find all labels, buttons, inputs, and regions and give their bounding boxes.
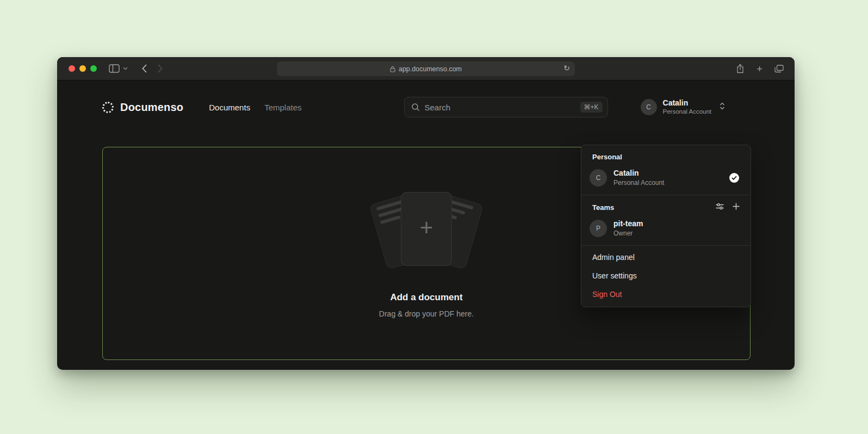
document-stack-illustration: + xyxy=(369,189,483,271)
menu-item-user-settings[interactable]: User settings xyxy=(581,266,751,285)
plus-icon: + xyxy=(420,216,433,239)
sidebar-toggle-icon[interactable] xyxy=(109,64,120,73)
team-avatar: P xyxy=(590,220,607,237)
back-button[interactable] xyxy=(142,64,147,73)
search-box[interactable]: ⌘+K xyxy=(404,97,608,117)
personal-account-subtitle: Personal Account xyxy=(613,179,723,187)
address-bar[interactable]: app.documenso.com ↻ xyxy=(277,61,575,76)
document-card-center: + xyxy=(401,193,451,265)
url-text: app.documenso.com xyxy=(399,65,462,73)
menu-item-admin-panel[interactable]: Admin panel xyxy=(581,248,751,266)
close-window-button[interactable] xyxy=(69,65,75,72)
main-nav: Documents Templates xyxy=(209,103,301,112)
divider xyxy=(581,245,751,246)
menu-item-sign-out[interactable]: Sign Out xyxy=(581,285,751,303)
divider xyxy=(581,195,751,195)
avatar: C xyxy=(590,169,607,187)
selected-check-icon xyxy=(729,173,739,183)
tab-overview-icon[interactable] xyxy=(774,65,784,73)
account-menu-trigger[interactable]: C Catalin Personal Account xyxy=(641,99,726,115)
team-item[interactable]: P pit-team Owner xyxy=(581,216,751,243)
chevron-up-down-icon xyxy=(720,102,725,113)
dropzone-subtitle: Drag & drop your PDF here. xyxy=(379,309,474,318)
refresh-icon[interactable]: ↻ xyxy=(563,64,570,72)
browser-window: app.documenso.com ↻ + Documenso xyxy=(57,57,795,370)
minimize-window-button[interactable] xyxy=(79,65,86,72)
traffic-lights xyxy=(69,65,97,72)
search-input[interactable] xyxy=(425,103,575,112)
team-role: Owner xyxy=(613,230,742,237)
team-name: pit-team xyxy=(613,220,742,228)
share-icon[interactable] xyxy=(736,64,745,73)
browser-titlebar: app.documenso.com ↻ + xyxy=(57,57,795,80)
new-tab-icon[interactable]: + xyxy=(757,64,762,74)
search-shortcut-badge: ⌘+K xyxy=(580,102,603,113)
dropzone-title: Add a document xyxy=(390,292,462,303)
add-team-icon[interactable] xyxy=(733,203,740,212)
account-name: Catalin xyxy=(663,99,712,107)
sidebar-menu-chevron-icon[interactable] xyxy=(123,67,128,70)
app-content: Documenso Documents Templates ⌘+K C Cata… xyxy=(57,80,795,370)
nav-item-documents[interactable]: Documents xyxy=(209,103,250,112)
nav-item-templates[interactable]: Templates xyxy=(264,103,301,112)
account-dropdown-menu: Personal C Catalin Personal Account Team… xyxy=(581,145,751,307)
personal-section-heading: Personal xyxy=(581,147,751,165)
personal-account-name: Catalin xyxy=(613,169,723,177)
brand-name: Documenso xyxy=(120,101,183,114)
personal-account-item[interactable]: C Catalin Personal Account xyxy=(581,165,751,193)
app-header: Documenso Documents Templates ⌘+K C Cata… xyxy=(57,80,795,134)
teams-section-heading: Teams xyxy=(581,197,751,216)
documenso-logo-icon xyxy=(102,102,114,113)
lock-icon xyxy=(390,66,395,72)
brand[interactable]: Documenso xyxy=(102,101,183,114)
search-icon xyxy=(411,103,420,111)
avatar: C xyxy=(641,99,657,115)
manage-teams-icon[interactable] xyxy=(716,203,724,212)
forward-button[interactable] xyxy=(158,64,163,73)
zoom-window-button[interactable] xyxy=(90,65,97,72)
account-subtitle: Personal Account xyxy=(663,108,712,115)
